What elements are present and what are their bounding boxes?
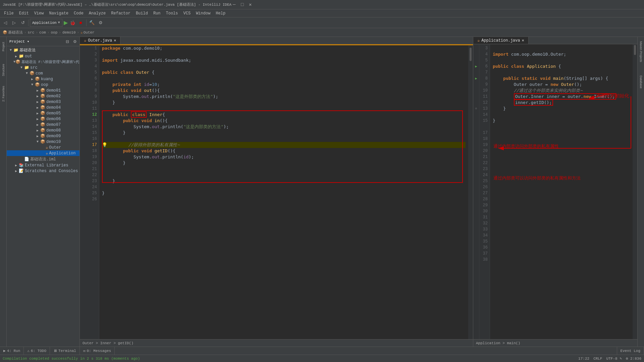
menu-window[interactable]: Window [193,10,213,16]
breadcrumb-src[interactable]: src [28,31,35,35]
run-config-label: Application [32,21,57,25]
tree-item-application[interactable]: ▶ ☕ Application [7,150,79,156]
tree-item-demo05[interactable]: ▶📦demo05 [7,110,79,116]
menu-bar: File Edit View Navigate Code Analyze Ref… [0,9,644,17]
debug-button[interactable]: 🐞 [69,20,76,25]
right-tab-strip: ☕ Application.java ✕ [473,37,637,44]
run-config-selector[interactable]: Application ▼ [30,19,62,27]
tree-item-out[interactable]: ▶ 📁 out [7,53,79,59]
maximize-button[interactable]: □ [239,2,245,7]
project-icon[interactable]: Project [1,38,6,55]
breadcrumb-com[interactable]: com [39,31,46,35]
structure-icon[interactable]: Structure [1,62,6,79]
messages-tab[interactable]: ✉ 0: Messages [80,347,115,355]
application-code-container: import com.oop.demo10.Outer; public clas… [490,44,633,339]
title-bar: JavaSE [F:\班级管理\网课班\代码\JavaSE] – …\基础语法\… [0,0,644,9]
close-outer-tab[interactable]: ✕ [114,38,116,43]
breadcrumbs: 📦 基础语法 › src › com › oop › demo10 › ☕ Ou… [0,28,644,37]
tree-item-com[interactable]: ▼ 📦 com [7,70,79,76]
tree-item-module[interactable]: ▼ 📦 基础语法 F:\班级管理\网课班\代码\Ja [7,59,79,65]
menu-vcs[interactable]: VCS [181,10,194,16]
cursor-position: 17:22 [578,357,589,361]
tree-item-demo06[interactable]: ▶📦demo06 [7,116,79,122]
outer-code[interactable]: package com.oop.demo10; import javax.sou… [99,44,468,339]
window-controls: ─ □ ✕ [231,2,253,7]
sidebar-collapse-btn[interactable]: ⊟ [64,38,71,45]
tree-item-scratches[interactable]: ▶ 📝 Scratches and Consoles [7,168,79,174]
sidebar-project-tab[interactable]: Project ▾ [7,38,32,45]
outer-breadcrumb: Outer > Inner > getID() [80,339,473,347]
tab-outer-java[interactable]: ☕ Outer.java ✕ [80,37,120,44]
application-breadcrumb: Application > main() [473,339,637,347]
tree-item-基础语法[interactable]: ▼ 📁 基础语法 [7,47,79,53]
close-button[interactable]: ✕ [248,2,253,7]
toolbar-back-button[interactable]: ◁ [1,19,9,27]
menu-refactor[interactable]: Refactor [108,10,133,16]
toolbar-refresh-button[interactable]: ↺ [19,19,27,27]
maven-projects-icon[interactable]: Maven Projects [638,38,644,65]
right-scrollbar[interactable] [633,44,637,339]
tree-item-demo10[interactable]: ▼ 📦 demo10 [7,139,79,145]
menu-view[interactable]: View [32,10,47,16]
menu-tools[interactable]: Tools [163,10,181,16]
tree-item-demo02[interactable]: ▶📦demo02 [7,93,79,99]
tree-item-iml[interactable]: ▶ 📄 基础语法.iml [7,156,79,162]
run-tab[interactable]: ▶ 4: Run [0,347,24,355]
chevron-down-icon: ▼ [58,21,60,24]
menu-analyze[interactable]: Analyze [86,10,108,16]
menu-run[interactable]: Run [151,10,163,16]
tree-item-demo04[interactable]: ▶📦demo04 [7,105,79,110]
line-numbers: 1 2 3 4 5 6 7 8 9 10 11 12 13 14 15 16 1 [80,44,99,339]
file-tab-strip: ☕ Outer.java ✕ [80,37,473,44]
menu-edit[interactable]: Edit [16,10,32,16]
right-line-numbers: 3 4 5 6 7 8 9 10 11 12 13 14 15 17 18 1 [479,44,490,339]
project-tree: ▼ 📁 基础语法 ▶ 📁 out ▼ 📦 基础语法 F:\班级管理\网课班\代码… [7,46,79,347]
breadcrumb-oop[interactable]: oop [51,31,57,35]
toolbar-separator-1 [28,19,29,26]
menu-help[interactable]: Help [213,10,228,16]
tree-item-outer[interactable]: ▶ ☕ Outer [7,145,79,150]
menu-code[interactable]: Code [71,10,86,16]
annotation-access-all: 通过内部类可以访问外部类的私有属性和方法 [493,175,581,181]
menu-navigate[interactable]: Navigate [46,10,71,16]
tab-application-java[interactable]: ☕ Application.java ✕ [473,37,529,44]
menu-file[interactable]: File [1,10,16,16]
todo-tab[interactable]: ⚠ 6: TODO [24,347,50,355]
sidebar-settings-btn[interactable]: ⚙ [71,38,78,45]
right-gutter: ▶ ▶ ○ [473,44,479,339]
terminal-tab[interactable]: 🖥 Terminal [50,347,80,355]
annotation-access-private: 通过内部类访问外部类的私有属性 [493,143,559,149]
project-sidebar: Project ▾ ⊟ ⚙ ▼ 📁 基础语法 ▶ 📁 out ▼ 📦 [7,37,80,347]
tree-item-demo01[interactable]: ▶📦demo01 [7,88,79,93]
tree-item-demo09[interactable]: ▶📦demo09 [7,133,79,139]
outer-scrollbar[interactable] [468,44,473,339]
tree-item-kuang[interactable]: ▶ 📦 kuang [7,76,79,82]
toolbar-forward-button[interactable]: ▷ [10,19,18,27]
tree-item-libraries[interactable]: ▶ 📚 External Libraries [7,162,79,168]
minimize-button[interactable]: ─ [231,2,237,7]
breadcrumb-基础语法[interactable]: 📦 基础语法 [3,30,23,35]
database-icon[interactable]: Database [638,72,644,92]
breadcrumb-demo10[interactable]: demo10 [62,31,76,35]
event-log-btn[interactable]: Event Log [617,347,644,355]
bottom-tab-bar: ▶ 4: Run ⚠ 6: TODO 🖥 Terminal ✉ 0: Messa… [0,347,644,355]
run-button[interactable]: ▶ [63,19,68,26]
stop-button[interactable]: ■ [77,19,85,27]
application-code[interactable]: import com.oop.demo10.Outer; public clas… [490,44,633,276]
tree-item-oop[interactable]: ▼ 📦 oop [7,82,79,88]
build-button[interactable]: 🔨 [88,19,96,27]
tree-item-demo03[interactable]: ▶📦demo03 [7,99,79,105]
breadcrumb-outer[interactable]: ☕ Outer [80,30,95,35]
close-application-tab[interactable]: ✕ [522,38,524,43]
line-ending: CRLF [593,357,602,361]
indent: ⚙ 2:836 [626,356,641,361]
right-tool-icons: Maven Projects Database [637,37,644,347]
menu-build[interactable]: Build [133,10,151,16]
tree-item-demo08[interactable]: ▶📦demo08 [7,127,79,133]
toolbar: ◁ ▷ ↺ Application ▼ ▶ 🐞 ■ 🔨 ⚙ [0,17,644,28]
tree-item-demo07[interactable]: ▶📦demo07 [7,122,79,127]
favorites-icon[interactable]: 2: Favorites [1,85,6,102]
left-tool-icons: Project Structure 2: Favorites [0,37,7,347]
tree-item-src[interactable]: ▼ 📁 src [7,65,79,70]
settings-button[interactable]: ⚙ [97,19,105,27]
